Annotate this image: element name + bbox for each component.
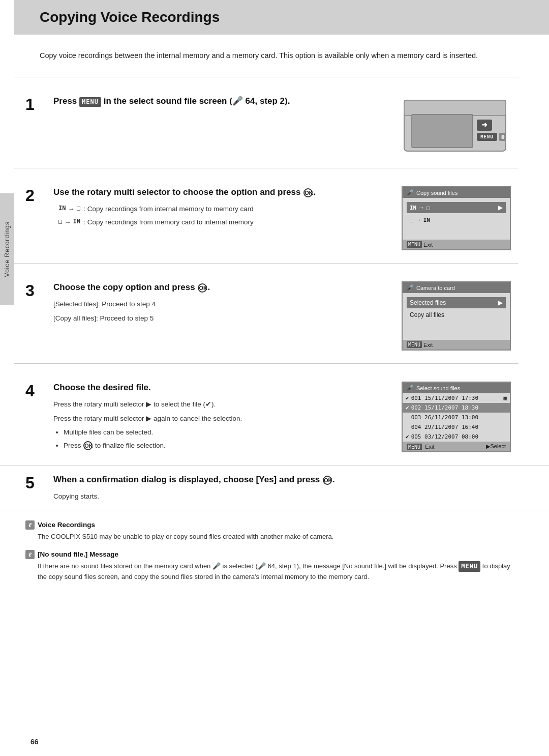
step-3-container: 3 Choose the copy option and press OK. [… bbox=[0, 274, 549, 358]
notes-section: ℓ Voice Recordings The COOLPIX S510 may … bbox=[0, 510, 549, 600]
file-row-5: ✔ 005 03/12/2007 08:00 bbox=[403, 432, 510, 442]
step-3-line-2: [Copy all files]: Proceed to step 5 bbox=[53, 313, 386, 324]
step-4-screen: 🎤 Select sound files ✔ 001 15/11/2007 17… bbox=[402, 382, 511, 452]
step-4-lcd-footer: MENU Exit ▶Select bbox=[403, 442, 510, 451]
note-1-text: The COOLPIX S510 may be unable to play o… bbox=[25, 532, 518, 542]
step-2-lcd-row-1: IN → □ ▶ bbox=[407, 202, 506, 213]
step-4-container: 4 Choose the desired file. Press the rot… bbox=[0, 374, 549, 460]
step-5-body: Copying starts. bbox=[53, 491, 518, 502]
step-4-lcd-header: 🎤 Select sound files bbox=[403, 383, 510, 393]
ok-circle-5: OK bbox=[323, 476, 332, 485]
page-number: 66 bbox=[30, 738, 39, 746]
svg-text:🗑: 🗑 bbox=[501, 134, 505, 139]
step-3-lcd-header: 🎤 Camera to card bbox=[403, 282, 510, 293]
step-4-bullet-2: Press OK to finalize file selection. bbox=[64, 440, 386, 451]
step-3-lcd-row-2: Copy all files bbox=[407, 309, 506, 321]
step-2-footer-label: Exit bbox=[423, 242, 433, 248]
note-2: ℓ [No sound file.] Message If there are … bbox=[25, 550, 518, 583]
step-4-lcd: 🎤 Select sound files ✔ 001 15/11/2007 17… bbox=[402, 382, 518, 452]
step-2-sub-1-text: : Copy recordings from internal memory t… bbox=[83, 203, 254, 215]
step-4-title: Choose the desired file. bbox=[53, 382, 386, 394]
note-1: ℓ Voice Recordings The COOLPIX S510 may … bbox=[25, 520, 518, 542]
step-3-number: 3 bbox=[25, 282, 48, 299]
step-2-lcd-footer: MENU Exit bbox=[403, 240, 510, 249]
ok-circle-4: OK bbox=[83, 441, 93, 450]
step-2-body: IN → □ : Copy recordings from internal m… bbox=[53, 203, 386, 227]
step-3-title: Choose the copy option and press OK. bbox=[53, 281, 386, 294]
intro-text: Copy voice recordings between the intern… bbox=[40, 50, 518, 62]
step-2-lcd-header: 🎤 Copy sound files bbox=[403, 187, 510, 198]
page-title-bar: Copying Voice Recordings bbox=[14, 0, 549, 35]
step-4-line-1: Press the rotary multi selector ▶ to sel… bbox=[53, 399, 386, 410]
step-2-number: 2 bbox=[25, 187, 48, 203]
step-2-content: Use the rotary multi selector to choose … bbox=[48, 186, 386, 229]
step-1-container: 1 Press MENU in the select sound file sc… bbox=[0, 88, 549, 163]
menu-key: MENU bbox=[79, 97, 101, 107]
svg-rect-1 bbox=[404, 100, 506, 115]
step-3-content: Choose the copy option and press OK. [Se… bbox=[48, 281, 386, 327]
step-1-title: Press MENU in the select sound file scre… bbox=[53, 95, 386, 107]
step-4-content: Choose the desired file. Press the rotar… bbox=[48, 382, 386, 453]
step-2-lcd-title: Copy sound files bbox=[416, 190, 458, 196]
ok-circle-2: OK bbox=[303, 188, 313, 197]
step-2-container: 2 Use the rotary multi selector to choos… bbox=[0, 179, 549, 258]
step-4-bullets: Multiple files can be selected. Press OK… bbox=[64, 427, 386, 451]
side-tab: Voice Recordings bbox=[0, 193, 14, 305]
step-1-image: ➜ MENU 🗑 bbox=[402, 95, 518, 155]
step-3-screen: 🎤 Camera to card Selected files ▶ Copy a… bbox=[402, 281, 511, 351]
page-title: Copying Voice Recordings bbox=[40, 9, 524, 25]
step-2-sub-2-text: : Copy recordings from memory card to in… bbox=[83, 217, 254, 228]
step-4-number: 4 bbox=[25, 383, 48, 399]
step-4-footer-right: ▶Select bbox=[486, 443, 506, 450]
file-row-2: ✔ 002 15/11/2007 18:30 bbox=[403, 403, 510, 413]
step1-ref: 🎤 64, step 2 bbox=[232, 96, 285, 106]
step-3-lcd-row-1: Selected files ▶ bbox=[407, 297, 506, 308]
svg-rect-2 bbox=[412, 114, 473, 148]
step-2-lcd-spacer bbox=[407, 226, 506, 237]
step-4-lcd-icon: 🎤 bbox=[407, 385, 414, 391]
step-3-footer-label: Exit bbox=[423, 342, 433, 348]
divider-4 bbox=[14, 363, 518, 364]
divider-1 bbox=[14, 77, 518, 77]
page-container: Voice Recordings Copying Voice Recording… bbox=[0, 0, 549, 756]
note-1-title: ℓ Voice Recordings bbox=[25, 520, 518, 530]
step-2-title: Use the rotary multi selector to choose … bbox=[53, 186, 386, 198]
step-3-lcd-title: Camera to card bbox=[416, 285, 455, 291]
file-row-3: ✔ 003 26/11/2007 13:00 bbox=[403, 413, 510, 422]
step-5-container: 5 When a confirmation dialog is displaye… bbox=[0, 466, 549, 509]
ok-circle-3: OK bbox=[198, 283, 207, 293]
step-2-screen: 🎤 Copy sound files IN → □ ▶ □ → IN bbox=[402, 186, 511, 250]
note-1-icon: ℓ bbox=[25, 520, 35, 530]
menu-key-note: MENU bbox=[459, 561, 480, 572]
step-1-number: 1 bbox=[25, 96, 48, 112]
step-3-lcd-body: Selected files ▶ Copy all files bbox=[403, 293, 510, 340]
step-4-lcd-title: Select sound files bbox=[416, 385, 460, 391]
divider-2 bbox=[14, 168, 518, 168]
step-3-footer-key: MENU bbox=[407, 341, 422, 348]
step-3-lcd-spacer bbox=[407, 322, 506, 337]
step-5-content: When a confirmation dialog is displayed,… bbox=[48, 474, 518, 502]
side-tab-label: Voice Recordings bbox=[4, 221, 11, 277]
step-2-lcd-row-2: □ → IN bbox=[407, 214, 506, 225]
step-5-number: 5 bbox=[25, 475, 48, 491]
step-2-lcd-body: IN → □ ▶ □ → IN bbox=[403, 198, 510, 240]
step-2-sub-1: IN → □ : Copy recordings from internal m… bbox=[58, 203, 386, 215]
step-4-line-2: Press the rotary multi selector ▶ again … bbox=[53, 413, 386, 424]
step-4-bullet-1: Multiple files can be selected. bbox=[64, 427, 386, 438]
step-2-lcd: 🎤 Copy sound files IN → □ ▶ □ → IN bbox=[402, 186, 518, 250]
svg-text:➜: ➜ bbox=[481, 121, 487, 129]
svg-text:MENU: MENU bbox=[480, 134, 494, 139]
step-3-lcd-icon: 🎤 bbox=[407, 284, 414, 291]
note-2-title: ℓ [No sound file.] Message bbox=[25, 550, 518, 559]
step-3-lcd-footer: MENU Exit bbox=[403, 340, 510, 350]
step-4-footer-left: MENU Exit bbox=[407, 444, 435, 450]
step-2-lcd-icon: 🎤 bbox=[407, 189, 414, 196]
step-4-body: Press the rotary multi selector ▶ to sel… bbox=[53, 399, 386, 451]
step-1-content: Press MENU in the select sound file scre… bbox=[48, 95, 386, 112]
camera-top-svg: ➜ MENU 🗑 bbox=[402, 95, 508, 154]
step-3-body: [Selected files]: Proceed to step 4 [Cop… bbox=[53, 299, 386, 324]
step-4-lcd-body: ✔ 001 15/11/2007 17:30 ▦ ✔ 002 15/11/200… bbox=[403, 393, 510, 442]
file-row-1: ✔ 001 15/11/2007 17:30 ▦ bbox=[403, 393, 510, 403]
note-2-icon: ℓ bbox=[25, 550, 35, 559]
file-row-4: ✔ 004 29/11/2007 16:40 bbox=[403, 422, 510, 432]
